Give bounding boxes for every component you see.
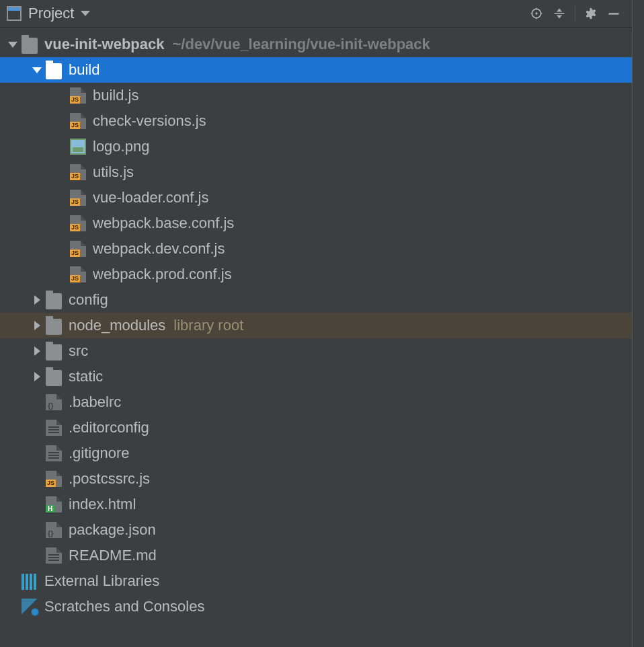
tree-node-postcssrc[interactable]: .postcssrc.js bbox=[0, 466, 632, 492]
tool-window-icon bbox=[7, 6, 22, 21]
tree-node-label: config bbox=[69, 291, 108, 309]
tree-node-label: static bbox=[69, 368, 103, 385]
tree-node-label: vue-loader.conf.js bbox=[93, 189, 208, 206]
toolbar-title[interactable]: Project bbox=[28, 5, 74, 22]
image-file-icon bbox=[70, 139, 86, 155]
js-file-icon bbox=[70, 215, 86, 231]
tree-node-babelrc[interactable]: .babelrc bbox=[0, 389, 632, 415]
tree-node-editorconfig[interactable]: .editorconfig bbox=[0, 415, 632, 441]
tree-node-label: vue-init-webpack bbox=[44, 36, 164, 53]
tree-node-label: check-versions.js bbox=[93, 112, 206, 130]
gear-icon[interactable] bbox=[579, 2, 602, 25]
tree-node-label: .gitignore bbox=[69, 445, 130, 462]
js-file-icon bbox=[70, 266, 86, 282]
tree-node-suffix: ~/dev/vue_learning/vue-init-webpack bbox=[172, 36, 430, 53]
js-file-icon bbox=[70, 113, 86, 129]
tree-node-suffix: library root bbox=[173, 317, 243, 334]
tree-node-static[interactable]: static bbox=[0, 364, 632, 389]
tree-node-package-json[interactable]: package.json bbox=[0, 517, 632, 543]
folder-icon bbox=[46, 63, 62, 79]
tree-node-label: build bbox=[69, 61, 99, 79]
tree-node-node_modules[interactable]: node_moduleslibrary root bbox=[0, 313, 632, 338]
svg-rect-2 bbox=[555, 13, 565, 14]
chevron-down-icon[interactable] bbox=[81, 11, 90, 16]
json-file-icon bbox=[46, 394, 62, 410]
tree-node-label: .babelrc bbox=[69, 393, 121, 411]
expand-arrow-icon[interactable] bbox=[31, 372, 43, 381]
tree-node-index-html[interactable]: index.html bbox=[0, 492, 632, 517]
expand-arrow-icon[interactable] bbox=[31, 321, 43, 330]
tree-node-label: README.md bbox=[69, 547, 157, 564]
tree-node-label: src bbox=[69, 342, 88, 360]
svg-point-1 bbox=[536, 13, 537, 14]
tree-node-label: logo.png bbox=[93, 138, 149, 155]
tree-node-label: index.html bbox=[69, 496, 136, 513]
tree-node-label: build.js bbox=[93, 87, 138, 104]
tree-node-label: Scratches and Consoles bbox=[44, 598, 204, 615]
expand-arrow-icon[interactable] bbox=[31, 67, 43, 73]
expand-arrow-icon[interactable] bbox=[7, 42, 19, 48]
folder-icon bbox=[46, 370, 62, 386]
text-file-icon bbox=[46, 445, 62, 461]
tree-node-wp-base[interactable]: webpack.base.conf.js bbox=[0, 211, 632, 236]
tree-node-logo[interactable]: logo.png bbox=[0, 134, 632, 159]
tree-node-label: package.json bbox=[69, 521, 156, 539]
tree-node-root[interactable]: vue-init-webpack~/dev/vue_learning/vue-i… bbox=[0, 32, 632, 57]
tree-node-label: webpack.base.conf.js bbox=[93, 215, 234, 232]
js-file-icon bbox=[46, 471, 62, 487]
tree-node-label: .editorconfig bbox=[69, 419, 149, 436]
html-file-icon bbox=[46, 496, 62, 512]
folder-icon bbox=[46, 319, 62, 335]
js-file-icon bbox=[70, 164, 86, 180]
target-icon[interactable] bbox=[525, 2, 548, 25]
tree-node-utils[interactable]: utils.js bbox=[0, 159, 632, 185]
scratches-icon bbox=[22, 599, 38, 615]
json-file-icon bbox=[46, 522, 62, 538]
collapse-all-icon[interactable] bbox=[548, 2, 571, 25]
minimize-icon[interactable] bbox=[602, 2, 625, 25]
tree-node-label: utils.js bbox=[93, 163, 134, 181]
tree-node-readme[interactable]: README.md bbox=[0, 543, 632, 568]
external-libraries-icon bbox=[22, 574, 38, 590]
tree-node-scratch[interactable]: Scratches and Consoles bbox=[0, 594, 632, 619]
tree-node-wp-dev[interactable]: webpack.dev.conf.js bbox=[0, 236, 632, 262]
tree-node-src[interactable]: src bbox=[0, 338, 632, 364]
folder-icon bbox=[46, 293, 62, 309]
tree-node-vue-loader[interactable]: vue-loader.conf.js bbox=[0, 185, 632, 211]
tree-node-label: node_modules bbox=[69, 317, 165, 334]
text-file-icon bbox=[46, 547, 62, 564]
js-file-icon bbox=[70, 87, 86, 104]
tree-node-label: webpack.prod.conf.js bbox=[93, 266, 232, 283]
js-file-icon bbox=[70, 190, 86, 206]
tree-node-check-versions[interactable]: check-versions.js bbox=[0, 108, 632, 134]
tree-node-build[interactable]: build bbox=[0, 57, 632, 83]
tree-node-config[interactable]: config bbox=[0, 287, 632, 313]
toolbar-separator bbox=[575, 5, 575, 22]
tree-node-label: External Libraries bbox=[44, 572, 159, 590]
project-toolbar: Project bbox=[0, 0, 632, 28]
js-file-icon bbox=[70, 241, 86, 257]
folder-icon bbox=[22, 38, 38, 54]
tree-node-gitignore[interactable]: .gitignore bbox=[0, 441, 632, 466]
tree-node-wp-prod[interactable]: webpack.prod.conf.js bbox=[0, 262, 632, 287]
tree-node-label: webpack.dev.conf.js bbox=[93, 240, 225, 258]
tree-node-label: .postcssrc.js bbox=[69, 470, 150, 488]
svg-rect-4 bbox=[609, 13, 619, 15]
expand-arrow-icon[interactable] bbox=[31, 295, 43, 305]
expand-arrow-icon[interactable] bbox=[31, 346, 43, 356]
tree-node-ext-lib[interactable]: External Libraries bbox=[0, 568, 632, 594]
text-file-icon bbox=[46, 420, 62, 436]
right-gutter[interactable] bbox=[632, 0, 644, 647]
project-tree: vue-init-webpack~/dev/vue_learning/vue-i… bbox=[0, 28, 632, 647]
tree-node-build-js[interactable]: build.js bbox=[0, 83, 632, 108]
folder-icon bbox=[46, 344, 62, 360]
